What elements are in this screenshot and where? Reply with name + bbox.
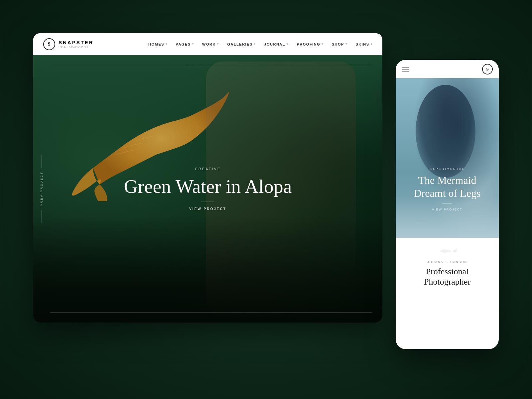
hero-divider — [201, 202, 214, 202]
nav-journal-label: JOURNAL — [264, 42, 285, 46]
chevron-down-icon: ▾ — [254, 43, 256, 46]
brand-name: SNAPSTER — [59, 40, 94, 45]
nav-proofing[interactable]: PROOFING ▾ — [297, 42, 324, 46]
mobile-figure-dark — [416, 85, 475, 178]
nav-shop-label: SHOP — [332, 42, 344, 46]
chevron-down-icon: ▾ — [192, 43, 194, 46]
chevron-down-icon: ▾ — [287, 43, 289, 46]
mobile-mockup: S EXPERIMENTAL The Mermaid Dreamt of Leg… — [396, 60, 499, 349]
brand-sub: PHOTOGRAPHY — [59, 45, 94, 49]
hamburger-line-1 — [402, 67, 409, 67]
mobile-hero: EXPERIMENTAL The Mermaid Dreamt of Legs … — [396, 78, 499, 238]
chevron-down-icon: ▾ — [166, 43, 168, 46]
nav-work[interactable]: WORK ▾ — [202, 42, 219, 46]
nav-galleries[interactable]: GALLERIES ▾ — [227, 42, 256, 46]
hamburger-line-2 — [402, 69, 409, 69]
hero-content: CREATIVE Green Water in Alopa VIEW PROJE… — [124, 167, 292, 211]
mobile-title: The Mermaid Dreamt of Legs — [396, 174, 499, 200]
desktop-mockup: S SNAPSTER PHOTOGRAPHY HOMES ▾ PAGES ▾ W… — [33, 33, 382, 323]
nav-proofing-label: PROOFING — [297, 42, 321, 46]
nav-pages[interactable]: PAGES ▾ — [176, 42, 194, 46]
mobile-divider — [442, 203, 452, 204]
side-label-line-bottom — [42, 209, 42, 223]
prev-project-label: PREV PROJECT — [40, 171, 43, 206]
nav-journal[interactable]: JOURNAL ▾ — [264, 42, 288, 46]
mobile-bottom-card: JOHANA K. HANSON Professional Photograph… — [396, 238, 499, 294]
photographer-name: JOHANA K. HANSON — [427, 260, 467, 264]
logo-circle: S — [43, 38, 55, 50]
water-dark-bottom — [33, 215, 382, 323]
mobile-cta-button[interactable]: VIEW PROJECT — [396, 208, 499, 211]
mobile-logo-letter: S — [486, 66, 488, 72]
nav-homes-label: HOMES — [148, 42, 164, 46]
side-label-line-top — [42, 155, 42, 168]
nav-galleries-label: GALLERIES — [227, 42, 252, 46]
mermaid-fish-icon — [437, 246, 457, 256]
logo-text: SNAPSTER PHOTOGRAPHY — [59, 40, 94, 49]
nav-shop[interactable]: SHOP ▾ — [332, 42, 347, 46]
mobile-category: EXPERIMENTAL — [396, 167, 499, 171]
hamburger-line-3 — [402, 71, 409, 71]
mobile-hamburger-icon[interactable] — [402, 67, 409, 71]
mobile-logo-circle[interactable]: S — [482, 64, 493, 74]
nav-skins-label: SKINS — [355, 42, 369, 46]
hero-category: CREATIVE — [124, 167, 292, 171]
hero-cta-button[interactable]: VIEW PROJECT — [124, 207, 292, 211]
mobile-navbar: S — [396, 60, 499, 78]
hero-title: Green Water in Alopa — [124, 176, 292, 197]
nav-skins[interactable]: SKINS ▾ — [355, 42, 372, 46]
nav-links: HOMES ▾ PAGES ▾ WORK ▾ GALLERIES ▾ JOURN… — [148, 42, 372, 46]
chevron-down-icon: ▾ — [371, 43, 373, 46]
mobile-hero-content: EXPERIMENTAL The Mermaid Dreamt of Legs … — [396, 167, 499, 211]
nav-pages-label: PAGES — [176, 42, 191, 46]
hero-border-bottom — [50, 312, 372, 313]
desktop-navbar: S SNAPSTER PHOTOGRAPHY HOMES ▾ PAGES ▾ W… — [33, 33, 382, 55]
hero-border-top — [50, 65, 372, 65]
logo-area[interactable]: S SNAPSTER PHOTOGRAPHY — [43, 38, 94, 50]
side-label: PREV PROJECT — [33, 155, 50, 223]
nav-work-label: WORK — [202, 42, 216, 46]
chevron-down-icon: ▾ — [217, 43, 219, 46]
chevron-down-icon: ▾ — [322, 43, 324, 46]
nav-homes[interactable]: HOMES ▾ — [148, 42, 167, 46]
desktop-hero: PREV PROJECT CREATIVE Green Water in Alo… — [33, 55, 382, 323]
scene-wrapper: S SNAPSTER PHOTOGRAPHY HOMES ▾ PAGES ▾ W… — [33, 33, 499, 366]
chevron-down-icon: ▾ — [345, 43, 347, 46]
mobile-small-line — [416, 221, 426, 221]
photographer-title: Professional Photographer — [402, 266, 492, 287]
logo-letter: S — [48, 42, 51, 47]
